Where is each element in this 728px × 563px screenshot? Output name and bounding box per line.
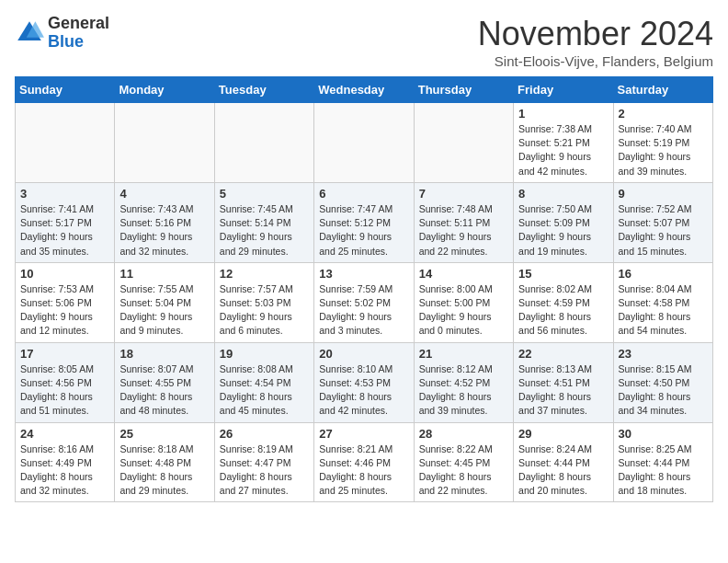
calendar-empty	[16, 103, 115, 183]
day-info: Sunrise: 7:45 AM Sunset: 5:14 PM Dayligh…	[220, 202, 309, 259]
calendar-day-28: 28Sunrise: 8:22 AM Sunset: 4:45 PM Dayli…	[414, 422, 513, 502]
day-number: 22	[518, 347, 608, 361]
header-tuesday: Tuesday	[214, 77, 313, 103]
day-info: Sunrise: 8:19 AM Sunset: 4:47 PM Dayligh…	[220, 442, 309, 499]
day-info: Sunrise: 8:18 AM Sunset: 4:48 PM Dayligh…	[119, 442, 209, 499]
calendar-day-9: 9Sunrise: 7:52 AM Sunset: 5:07 PM Daylig…	[613, 182, 712, 262]
day-number: 6	[319, 187, 408, 201]
calendar-day-11: 11Sunrise: 7:55 AM Sunset: 5:04 PM Dayli…	[115, 262, 214, 342]
calendar-day-7: 7Sunrise: 7:48 AM Sunset: 5:11 PM Daylig…	[414, 182, 513, 262]
calendar-day-8: 8Sunrise: 7:50 AM Sunset: 5:09 PM Daylig…	[514, 182, 613, 262]
day-info: Sunrise: 8:25 AM Sunset: 4:44 PM Dayligh…	[619, 442, 708, 499]
calendar-day-29: 29Sunrise: 8:24 AM Sunset: 4:44 PM Dayli…	[514, 422, 613, 502]
day-number: 20	[319, 347, 408, 361]
day-number: 1	[518, 107, 608, 121]
day-info: Sunrise: 8:21 AM Sunset: 4:46 PM Dayligh…	[319, 442, 408, 499]
day-number: 15	[518, 267, 608, 281]
calendar-day-23: 23Sunrise: 8:15 AM Sunset: 4:50 PM Dayli…	[613, 342, 712, 422]
day-info: Sunrise: 7:47 AM Sunset: 5:12 PM Dayligh…	[319, 202, 408, 259]
day-number: 16	[619, 267, 708, 281]
day-info: Sunrise: 7:52 AM Sunset: 5:07 PM Dayligh…	[619, 202, 708, 259]
location: Sint-Eloois-Vijve, Flanders, Belgium	[478, 53, 713, 69]
day-info: Sunrise: 8:00 AM Sunset: 5:00 PM Dayligh…	[419, 282, 508, 339]
day-info: Sunrise: 8:05 AM Sunset: 4:56 PM Dayligh…	[20, 362, 109, 419]
day-info: Sunrise: 8:10 AM Sunset: 4:53 PM Dayligh…	[319, 362, 408, 419]
logo-icon	[15, 18, 44, 48]
calendar-day-25: 25Sunrise: 8:18 AM Sunset: 4:48 PM Dayli…	[115, 422, 214, 502]
day-info: Sunrise: 7:40 AM Sunset: 5:19 PM Dayligh…	[619, 122, 708, 178]
calendar-table: SundayMondayTuesdayWednesdayThursdayFrid…	[15, 76, 713, 502]
day-number: 27	[319, 427, 408, 441]
calendar-day-1: 1Sunrise: 7:38 AM Sunset: 5:21 PM Daylig…	[514, 103, 613, 183]
day-number: 4	[119, 187, 209, 201]
calendar-day-20: 20Sunrise: 8:10 AM Sunset: 4:53 PM Dayli…	[314, 342, 414, 422]
day-number: 14	[419, 267, 508, 281]
day-info: Sunrise: 8:04 AM Sunset: 4:58 PM Dayligh…	[619, 282, 708, 339]
logo-blue: Blue	[48, 33, 109, 52]
day-number: 21	[419, 347, 508, 361]
day-number: 24	[20, 427, 109, 441]
header-wednesday: Wednesday	[314, 77, 414, 103]
page-header: General Blue November 2024 Sint-Eloois-V…	[15, 15, 713, 69]
calendar-day-2: 2Sunrise: 7:40 AM Sunset: 5:19 PM Daylig…	[613, 103, 712, 183]
day-number: 13	[319, 267, 408, 281]
calendar-empty	[115, 103, 214, 183]
day-number: 5	[220, 187, 309, 201]
header-thursday: Thursday	[414, 77, 513, 103]
calendar-day-18: 18Sunrise: 8:07 AM Sunset: 4:55 PM Dayli…	[115, 342, 214, 422]
header-monday: Monday	[115, 77, 214, 103]
calendar-day-22: 22Sunrise: 8:13 AM Sunset: 4:51 PM Dayli…	[514, 342, 613, 422]
calendar-day-21: 21Sunrise: 8:12 AM Sunset: 4:52 PM Dayli…	[414, 342, 513, 422]
day-info: Sunrise: 8:22 AM Sunset: 4:45 PM Dayligh…	[419, 442, 508, 499]
day-number: 28	[419, 427, 508, 441]
calendar-day-10: 10Sunrise: 7:53 AM Sunset: 5:06 PM Dayli…	[16, 262, 115, 342]
day-info: Sunrise: 8:02 AM Sunset: 4:59 PM Dayligh…	[518, 282, 608, 339]
day-number: 17	[20, 347, 109, 361]
month-title: November 2024	[478, 15, 713, 53]
calendar-header-row: SundayMondayTuesdayWednesdayThursdayFrid…	[16, 77, 713, 103]
header-friday: Friday	[514, 77, 613, 103]
day-info: Sunrise: 7:38 AM Sunset: 5:21 PM Dayligh…	[518, 122, 608, 178]
day-number: 2	[619, 107, 708, 121]
calendar-day-15: 15Sunrise: 8:02 AM Sunset: 4:59 PM Dayli…	[514, 262, 613, 342]
calendar-day-16: 16Sunrise: 8:04 AM Sunset: 4:58 PM Dayli…	[613, 262, 712, 342]
calendar-day-3: 3Sunrise: 7:41 AM Sunset: 5:17 PM Daylig…	[16, 182, 115, 262]
calendar-week-3: 10Sunrise: 7:53 AM Sunset: 5:06 PM Dayli…	[16, 262, 713, 342]
calendar-day-24: 24Sunrise: 8:16 AM Sunset: 4:49 PM Dayli…	[16, 422, 115, 502]
calendar-day-26: 26Sunrise: 8:19 AM Sunset: 4:47 PM Dayli…	[214, 422, 313, 502]
day-number: 30	[619, 427, 708, 441]
day-info: Sunrise: 7:48 AM Sunset: 5:11 PM Dayligh…	[419, 202, 508, 259]
day-info: Sunrise: 7:53 AM Sunset: 5:06 PM Dayligh…	[20, 282, 109, 339]
day-info: Sunrise: 8:24 AM Sunset: 4:44 PM Dayligh…	[518, 442, 608, 499]
day-number: 3	[20, 187, 109, 201]
calendar-day-5: 5Sunrise: 7:45 AM Sunset: 5:14 PM Daylig…	[214, 182, 313, 262]
day-number: 26	[220, 427, 309, 441]
day-number: 19	[220, 347, 309, 361]
logo: General Blue	[15, 15, 109, 52]
logo-text: General Blue	[48, 15, 109, 52]
title-block: November 2024 Sint-Eloois-Vijve, Flander…	[478, 15, 713, 69]
calendar-week-2: 3Sunrise: 7:41 AM Sunset: 5:17 PM Daylig…	[16, 182, 713, 262]
calendar-day-19: 19Sunrise: 8:08 AM Sunset: 4:54 PM Dayli…	[214, 342, 313, 422]
day-number: 18	[119, 347, 209, 361]
calendar-day-6: 6Sunrise: 7:47 AM Sunset: 5:12 PM Daylig…	[314, 182, 414, 262]
day-info: Sunrise: 7:41 AM Sunset: 5:17 PM Dayligh…	[20, 202, 109, 259]
calendar-empty	[414, 103, 513, 183]
calendar-day-27: 27Sunrise: 8:21 AM Sunset: 4:46 PM Dayli…	[314, 422, 414, 502]
calendar-week-5: 24Sunrise: 8:16 AM Sunset: 4:49 PM Dayli…	[16, 422, 713, 502]
day-info: Sunrise: 8:07 AM Sunset: 4:55 PM Dayligh…	[119, 362, 209, 419]
logo-general: General	[48, 15, 109, 33]
day-number: 11	[119, 267, 209, 281]
calendar-week-4: 17Sunrise: 8:05 AM Sunset: 4:56 PM Dayli…	[16, 342, 713, 422]
day-number: 8	[518, 187, 608, 201]
day-number: 29	[518, 427, 608, 441]
day-number: 10	[20, 267, 109, 281]
day-info: Sunrise: 8:15 AM Sunset: 4:50 PM Dayligh…	[619, 362, 708, 419]
calendar-day-14: 14Sunrise: 8:00 AM Sunset: 5:00 PM Dayli…	[414, 262, 513, 342]
day-number: 7	[419, 187, 508, 201]
calendar-empty	[314, 103, 414, 183]
day-info: Sunrise: 8:08 AM Sunset: 4:54 PM Dayligh…	[220, 362, 309, 419]
calendar-week-1: 1Sunrise: 7:38 AM Sunset: 5:21 PM Daylig…	[16, 103, 713, 183]
calendar-day-13: 13Sunrise: 7:59 AM Sunset: 5:02 PM Dayli…	[314, 262, 414, 342]
day-info: Sunrise: 7:50 AM Sunset: 5:09 PM Dayligh…	[518, 202, 608, 259]
